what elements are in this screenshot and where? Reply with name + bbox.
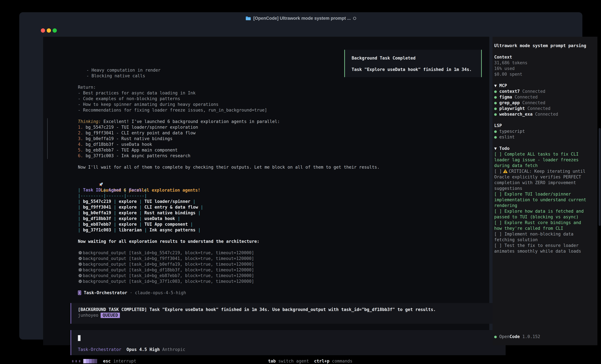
spinner-dot (75, 360, 77, 362)
orchestrator-line: Task-Orchestrator · claude-opus-4-5-high (78, 290, 502, 296)
terminal-line: - Best practices for async data loading … (78, 90, 502, 96)
context-used: 16% used (494, 66, 590, 71)
terminal-line: Return: (78, 85, 502, 90)
background-task-message[interactable]: [BACKGROUND TASK COMPLETED] Task "Explor… (70, 303, 506, 324)
table-row: |bg_b0effa19|explore|Rust native binding… (78, 210, 502, 216)
status-dot-icon: ● (494, 106, 497, 111)
title-bar: [OpenCode] Ultrawork mode system prompt … (19, 12, 582, 24)
thinking-item: 6.bg_37f1c003 - Ink async patterns resea… (78, 153, 502, 159)
status-dot-icon: ● (494, 334, 497, 339)
thinking-block-border (47, 118, 48, 159)
mcp-item: ●figma Connected (494, 94, 590, 100)
spinner-dot (79, 360, 80, 362)
todo-heading[interactable]: ▼ Todo (494, 146, 590, 151)
gear-icon (78, 262, 82, 267)
app-window: [OpenCode] Ultrawork mode system prompt … (19, 12, 582, 340)
folder-icon (245, 16, 251, 20)
table-row: |bg_f9ff3041|explore|CLI entry & data fl… (78, 204, 502, 210)
status-dot-icon: ● (494, 95, 497, 99)
queued-badge: QUEUED (100, 313, 120, 318)
launch-banner: Launched 6 parallel exploration agents! (78, 176, 502, 182)
todo-item: [ ] Explore Rust core bindings and how t… (494, 220, 590, 231)
input-provider: Anthropic (162, 347, 185, 352)
todo-item: [ ] Implement non-blocking data fetching… (494, 231, 590, 243)
status-dot-icon: ● (494, 100, 497, 105)
queued-row: junhoyeoQUEUED (78, 312, 506, 318)
table-row: |bg_5547c219|explore|TUI loader/spinner| (78, 199, 502, 204)
scrollbar-thumb[interactable] (599, 128, 601, 226)
mcp-item: ●websearch_exa Connected (494, 111, 590, 117)
window-title: [OpenCode] Ultrawork mode system prompt … (253, 16, 351, 21)
todo-item: [ ]CRITICAL: Keep iterating until Oracle… (494, 168, 590, 191)
waiting-heading: Now waiting for all exploration results … (78, 239, 502, 244)
table-row: |bg_df18bb3f|explore|useData hook| (78, 216, 502, 221)
collapse-arrow-icon[interactable]: ▼ (494, 146, 497, 151)
mcp-item: ●context7 Connected (494, 88, 590, 94)
tab-key-label: switch agent (278, 359, 309, 364)
todo-item: [ ] Complete ALL tasks to fix CLI loader… (494, 151, 590, 168)
esc-key-hint[interactable]: esc (103, 358, 111, 364)
tool-call-line: background_output [task_id=bg_df18bb3f, … (78, 267, 502, 273)
status-bar-right: tab switch agent ctrl+p commands (268, 358, 352, 364)
terminal-main: - Heavy computation in render - Blocking… (43, 37, 489, 345)
table-header-row: |Task ID|Agent|Focus| (78, 187, 502, 193)
table-row: |bg_37f1c003|librarian|Ink async pattern… (78, 227, 502, 233)
mcp-heading[interactable]: ▼ MCP (494, 83, 590, 88)
status-dot-icon: ● (494, 134, 497, 139)
thinking-item: 2.bg_f9ff3041 - CLI entry point and data… (78, 130, 502, 136)
thinking-item: 5.bg_eb87ebb7 - TUI App main component (78, 147, 502, 153)
terminal-line: - Code examples of non-blocking patterns (78, 96, 502, 102)
context-tokens: 31,686 tokens (494, 60, 590, 66)
input-agent-name[interactable]: Task-Orchestrator (78, 347, 121, 352)
table-row: |bg_eb87ebb7|explore|TUI App component| (78, 221, 502, 227)
tab-key-hint[interactable]: tab (268, 359, 276, 364)
gear-icon (78, 250, 82, 255)
ctrlp-key-hint[interactable]: ctrl+p (314, 359, 330, 364)
lsp-item: ●eslint (494, 134, 590, 140)
collapse-arrow-icon[interactable]: ▼ (494, 83, 497, 88)
lsp-heading: LSP (494, 123, 590, 128)
lsp-item: ●typescript (494, 128, 590, 134)
wait-text: Now I'll wait for all of them to complet… (78, 164, 502, 170)
tool-call-line: background_output [task_id=bg_eb87ebb7, … (78, 273, 502, 278)
thinking-intro: Thinking: Excellent! I've launched 6 bac… (78, 119, 502, 125)
todo-item: [ ] Explore how data is fetched and pass… (494, 208, 590, 220)
gear-icon (78, 256, 82, 261)
todo-item: [ ] Explore TUI loader/spinner implement… (494, 191, 590, 208)
zoom-button[interactable] (53, 28, 57, 33)
ctrlp-key-label: commands (332, 359, 352, 364)
notification-body: Task "Explore useData hook" finished in … (352, 67, 481, 72)
prompt-input[interactable]: Task-Orchestrator Opus 4.5 High Anthropi… (70, 330, 506, 355)
status-dot-icon: ● (494, 112, 497, 117)
context-heading: Context (494, 54, 590, 60)
spinner-dot (72, 360, 73, 362)
agent-model: claude-opus-4-5-high (135, 290, 186, 295)
username: junhoyeo (78, 313, 98, 318)
input-meta-row: Task-Orchestrator Opus 4.5 High Anthropi… (78, 347, 185, 352)
terminal-line: - How to keep spinner animating during h… (78, 102, 502, 107)
gear-icon (78, 268, 82, 272)
text-cursor (78, 335, 80, 341)
notification-toast[interactable]: Background Task Completed Task "Explore … (344, 50, 482, 77)
minimize-button[interactable] (47, 28, 51, 33)
progress-spinner (83, 359, 97, 363)
gear-icon (78, 273, 82, 278)
mcp-item: ●playwright Connected (494, 106, 590, 111)
gear-icon (78, 279, 82, 284)
app-version: ●OpenCode 1.0.152 (494, 334, 540, 340)
agent-icon (78, 290, 81, 295)
thinking-item: 4.bg_df18bb3f - useData hook (78, 142, 502, 147)
status-bar-left: esc interrupt (72, 358, 136, 364)
status-dot-icon: ● (494, 89, 497, 94)
notification-title: Background Task Completed (352, 55, 481, 61)
close-button[interactable] (41, 28, 45, 33)
proxy-circle-icon (353, 17, 356, 20)
thinking-item: 1.bg_5547c219 - TUI loader/spinner explo… (78, 125, 502, 130)
input-model[interactable]: Opus 4.5 High (126, 347, 160, 352)
sidebar-title: Ultrawork mode system prompt parsing (494, 43, 590, 48)
tool-call-line: background_output [task_id=bg_b0effa19, … (78, 261, 502, 267)
esc-key-label: interrupt (113, 358, 136, 364)
rocket-icon (98, 182, 104, 187)
agent-name: Task-Orchestrator (84, 290, 127, 295)
tool-call-line: background_output [task_id=bg_5547c219, … (78, 250, 502, 256)
